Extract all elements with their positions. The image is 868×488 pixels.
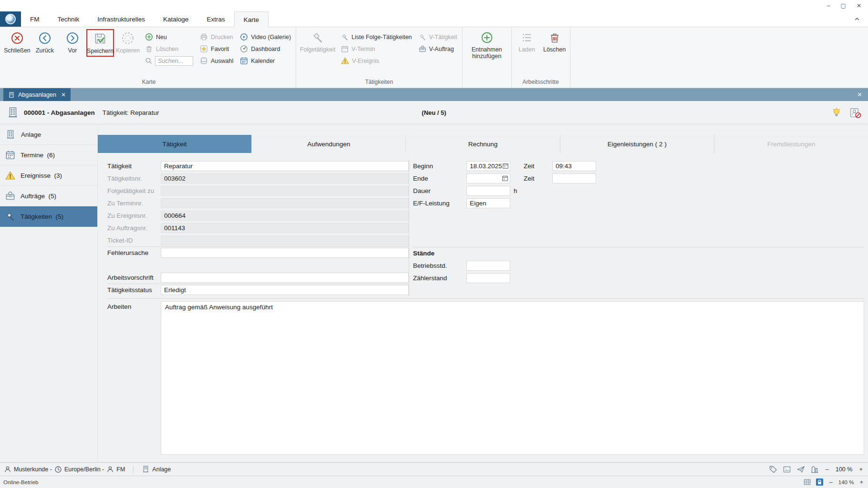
liste-folge-taetigkeiten-button[interactable]: Liste Folge-Tätigkeiten bbox=[341, 31, 412, 43]
window-maximize-button[interactable]: ▢ bbox=[841, 3, 846, 9]
beginn-zeit-field[interactable]: 09:43 bbox=[552, 161, 596, 171]
dashboard-button[interactable]: Dashboard bbox=[240, 43, 291, 55]
hammer-small-icon bbox=[341, 33, 349, 41]
sidebar: Anlage Termine (6) Ereignisse (3) Aufträ… bbox=[0, 124, 98, 462]
calendar-picker-icon[interactable] bbox=[502, 175, 508, 182]
ende-date-field[interactable] bbox=[466, 173, 510, 183]
arbeiten-textarea[interactable]: Auftrag gemäß Anweisung ausgeführt bbox=[161, 301, 864, 455]
auswahl-button[interactable]: Auswahl bbox=[200, 55, 233, 67]
menu-tab-kataloge[interactable]: Kataloge bbox=[154, 11, 197, 27]
logo-orb-icon bbox=[5, 14, 16, 24]
collapse-ribbon-button[interactable] bbox=[854, 11, 868, 27]
sidebar-item-anlage[interactable]: Anlage bbox=[0, 124, 97, 145]
v-ereignis-button: V-Ereignis bbox=[341, 55, 412, 67]
tab-aufwendungen[interactable]: Aufwendungen bbox=[251, 135, 405, 153]
sidebar-item-label: Aufträge (5) bbox=[21, 193, 56, 200]
taetigkeit-label: Tätigkeit bbox=[107, 163, 161, 170]
arbeitsschritte-loeschen-button[interactable]: Löschen bbox=[541, 29, 568, 53]
ribbon-group-label-entnahmen bbox=[464, 78, 510, 88]
lock-indicator-icon[interactable] bbox=[816, 478, 824, 486]
sidebar-item-ereignisse[interactable]: Ereignisse (3) bbox=[0, 165, 97, 186]
dauer-field[interactable] bbox=[466, 186, 510, 196]
tab-taetigkeit[interactable]: Tätigkeit bbox=[98, 135, 251, 153]
window-minimize-button[interactable]: – bbox=[827, 3, 830, 9]
tag-icon[interactable] bbox=[769, 465, 777, 474]
menu-tab-fm[interactable]: FM bbox=[21, 11, 49, 27]
window-close-button[interactable]: ✕ bbox=[857, 3, 861, 9]
ende-zeit-field[interactable] bbox=[552, 173, 596, 183]
document-tab-abgasanlagen[interactable]: Abgasanlagen ✕ bbox=[3, 88, 71, 101]
favorit-button[interactable]: Favorit bbox=[200, 43, 233, 55]
v-auftrag-button[interactable]: V-Auftrag bbox=[419, 43, 457, 55]
table-grid-icon[interactable] bbox=[803, 478, 811, 486]
laden-button: Laden bbox=[513, 29, 541, 53]
menubar: FM Technik Infrastrukturelles Kataloge E… bbox=[0, 11, 868, 27]
speichern-button[interactable]: Speichern bbox=[86, 29, 114, 57]
pane-close-icon[interactable]: ✕ bbox=[857, 88, 868, 101]
tab-eigenleistungen[interactable]: Eigenleistungen ( 2 ) bbox=[560, 135, 714, 153]
ticket-id-field bbox=[161, 235, 409, 245]
laden-label: Laden bbox=[518, 46, 535, 53]
taetigkeitsstatus-label: Tätigkeitsstatus bbox=[107, 286, 161, 294]
sidebar-item-termine[interactable]: Termine (6) bbox=[0, 145, 97, 165]
sidebar-item-auftraege[interactable]: Aufträge (5) bbox=[0, 186, 97, 206]
sidebar-item-taetigkeiten[interactable]: Tätigkeiten (5) bbox=[0, 206, 97, 227]
menu-tab-infrastrukturelles[interactable]: Infrastrukturelles bbox=[88, 11, 154, 27]
loeschen-label: Löschen bbox=[156, 46, 178, 52]
lightbulb-icon[interactable] bbox=[831, 107, 842, 118]
beginn-date-field[interactable]: 18.03.2025 bbox=[466, 161, 510, 171]
schliessen-button[interactable]: Schließen bbox=[3, 29, 31, 54]
kopieren-label: Kopieren bbox=[116, 47, 140, 54]
person-icon bbox=[106, 466, 114, 473]
vor-button[interactable]: Vor bbox=[59, 29, 86, 54]
taetigkeit-field[interactable]: Reparatur bbox=[161, 161, 409, 171]
zurueck-button[interactable]: Zurück bbox=[31, 29, 59, 54]
liste-folge-label: Liste Folge-Tätigkeiten bbox=[351, 34, 412, 41]
fehlerursache-field[interactable] bbox=[161, 248, 409, 258]
tab-rechnung[interactable]: Rechnung bbox=[405, 135, 559, 153]
arrow-left-circle-icon bbox=[38, 31, 52, 45]
record-header: 000001 - Abgasanlagen Tätigkeit: Reparat… bbox=[0, 101, 868, 124]
ribbon-col-neu: Neu Löschen bbox=[142, 29, 196, 67]
app-logo[interactable] bbox=[0, 11, 21, 27]
send-icon[interactable] bbox=[796, 465, 805, 474]
person-blocked-icon[interactable] bbox=[849, 107, 861, 119]
statusbar-divider bbox=[133, 466, 134, 473]
kalender-button[interactable]: Kalender bbox=[240, 55, 291, 67]
entnahmen-label: Entnahmen hinzufügen bbox=[464, 46, 510, 60]
speichern-label: Speichern bbox=[87, 48, 114, 54]
document-tab-close-icon[interactable]: ✕ bbox=[61, 92, 66, 98]
ef-leistung-field[interactable]: Eigen bbox=[466, 198, 510, 208]
dauer-unit: h bbox=[514, 187, 517, 194]
zoom-out-button[interactable]: – bbox=[824, 466, 830, 473]
image-icon[interactable] bbox=[783, 465, 791, 474]
video-galerie-button[interactable]: Video (Galerie) bbox=[240, 31, 291, 43]
zaehlerstand-field[interactable] bbox=[466, 273, 510, 283]
ribbon-col-v2: V-Tätigkeit V-Auftrag bbox=[415, 29, 461, 55]
building-icon bbox=[142, 465, 150, 473]
app-zoom-in-button[interactable]: + bbox=[858, 478, 865, 486]
auswahl-label: Auswahl bbox=[211, 58, 233, 64]
arbeitsvorschrift-field[interactable] bbox=[161, 273, 409, 283]
calendar-icon bbox=[5, 150, 15, 160]
calendar-picker-icon[interactable] bbox=[502, 163, 509, 169]
menu-tab-extras[interactable]: Extras bbox=[197, 11, 234, 27]
app-zoom-out-button[interactable]: – bbox=[828, 478, 834, 486]
warning-triangle-icon bbox=[5, 171, 15, 181]
entnahmen-hinzufuegen-button[interactable]: Entnahmen hinzufügen bbox=[464, 29, 510, 60]
meters-icon[interactable] bbox=[810, 465, 819, 474]
main-panel: Tätigkeit Aufwendungen Rechnung Eigenlei… bbox=[98, 124, 868, 462]
app-zoom-value: 140 % bbox=[838, 479, 854, 485]
zoom-in-button[interactable]: + bbox=[858, 466, 864, 473]
app-statusbar: Online-Betrieb – 140 % + bbox=[0, 476, 868, 488]
menu-tab-technik[interactable]: Technik bbox=[49, 11, 89, 27]
ef-leistung-label: E/F-Leistung bbox=[413, 200, 466, 207]
betriebsstd-field[interactable] bbox=[466, 261, 510, 271]
search-input[interactable] bbox=[155, 56, 193, 66]
database-icon bbox=[200, 57, 208, 65]
neu-button[interactable]: Neu bbox=[145, 31, 193, 43]
ribbon-col-drucken: Drucken Favorit Auswahl bbox=[196, 29, 237, 67]
menu-tab-karte[interactable]: Karte bbox=[234, 11, 269, 27]
taetigkeitsstatus-field[interactable]: Erledigt bbox=[161, 285, 409, 295]
taetigkeitsnr-label: Tätigkeitsnr. bbox=[107, 175, 161, 182]
